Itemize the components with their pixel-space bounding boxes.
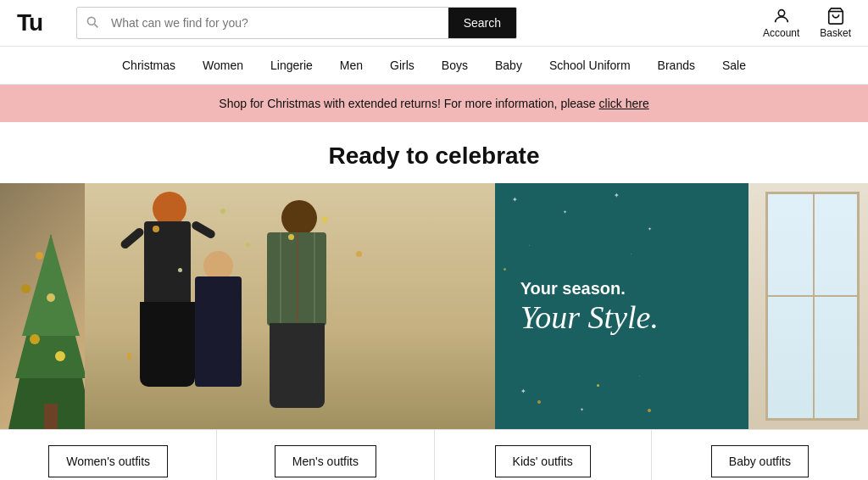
- banner-text: Shop for Christmas with extended returns…: [219, 97, 598, 110]
- star-decoration: ·: [529, 243, 530, 248]
- promo-line1: Your season.: [520, 276, 723, 300]
- nav-item-sale[interactable]: Sale: [709, 47, 760, 84]
- glitter: [597, 384, 599, 387]
- kids-outfits-button[interactable]: Kids' outfits: [435, 430, 652, 480]
- logo[interactable]: Tu: [17, 9, 59, 36]
- account-label: Account: [763, 27, 799, 39]
- star-decoration: ✦: [563, 209, 567, 215]
- nav-item-lingerie[interactable]: Lingerie: [257, 47, 326, 84]
- hero-left-image: [0, 183, 495, 429]
- mens-outfits-label: Men's outfits: [275, 445, 376, 477]
- outfit-buttons-row: Women's outfits Men's outfits Kids' outf…: [0, 429, 868, 480]
- glitter: [537, 400, 541, 404]
- star-decoration: ·: [639, 373, 640, 378]
- nav-item-school-uniform[interactable]: School Uniform: [536, 47, 644, 84]
- account-action[interactable]: Account: [763, 7, 799, 39]
- promo-banner: Shop for Christmas with extended returns…: [0, 85, 868, 122]
- hero-images: ✦ ✦ ✦ ✦ · · ✦ ✦ · Your season. Your Styl…: [0, 183, 868, 429]
- main-nav: Christmas Women Lingerie Men Girls Boys …: [0, 47, 868, 85]
- search-button[interactable]: Search: [448, 8, 516, 38]
- star-decoration: ·: [631, 251, 632, 256]
- star-decoration: ✦: [614, 192, 620, 199]
- glitter: [504, 268, 506, 271]
- star-decoration: ✦: [648, 226, 652, 232]
- nav-item-women[interactable]: Women: [189, 47, 257, 84]
- header: Tu Search Account Basket: [0, 0, 868, 47]
- nav-item-girls[interactable]: Girls: [376, 47, 428, 84]
- search-icon: [77, 15, 108, 31]
- promo-panel: ✦ ✦ ✦ ✦ · · ✦ ✦ · Your season. Your Styl…: [495, 183, 748, 429]
- search-input[interactable]: [108, 8, 448, 37]
- nav-item-brands[interactable]: Brands: [644, 47, 709, 84]
- kids-outfits-label: Kids' outfits: [495, 445, 591, 477]
- baby-outfits-button[interactable]: Baby outfits: [652, 430, 868, 480]
- search-bar: Search: [76, 7, 517, 39]
- promo-line2: Your Style.: [520, 300, 723, 336]
- nav-item-men[interactable]: Men: [326, 47, 376, 84]
- baby-outfits-label: Baby outfits: [711, 445, 809, 477]
- star-decoration: ✦: [512, 196, 518, 204]
- basket-label: Basket: [820, 27, 851, 39]
- nav-item-baby[interactable]: Baby: [481, 47, 536, 84]
- svg-line-1: [94, 24, 97, 27]
- hero-title: Ready to celebrate: [0, 122, 868, 183]
- hero-window-area: [748, 183, 868, 429]
- star-decoration: ✦: [520, 388, 526, 395]
- svg-point-0: [87, 17, 95, 25]
- star-decoration: ✦: [580, 406, 584, 412]
- nav-item-boys[interactable]: Boys: [428, 47, 481, 84]
- basket-action[interactable]: Basket: [820, 7, 851, 39]
- hero-right-panel: ✦ ✦ ✦ ✦ · · ✦ ✦ · Your season. Your Styl…: [495, 183, 868, 429]
- glitter: [648, 409, 651, 412]
- svg-point-2: [778, 10, 784, 16]
- header-actions: Account Basket: [763, 7, 851, 39]
- nav-item-christmas[interactable]: Christmas: [108, 47, 189, 84]
- mens-outfits-button[interactable]: Men's outfits: [217, 430, 434, 480]
- promo-text: Your season. Your Style.: [520, 276, 723, 336]
- banner-link[interactable]: click here: [599, 97, 649, 110]
- womens-outfits-label: Women's outfits: [48, 445, 168, 477]
- womens-outfits-button[interactable]: Women's outfits: [0, 430, 217, 480]
